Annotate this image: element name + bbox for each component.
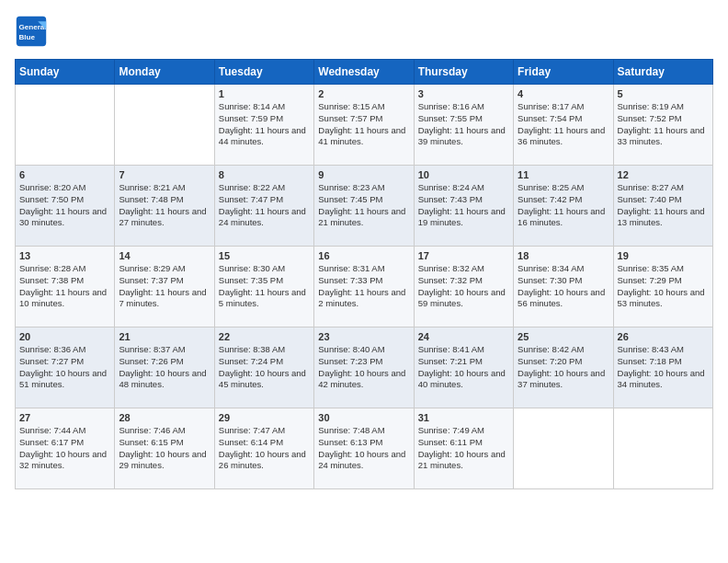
day-info: Sunrise: 8:15 AM Sunset: 7:57 PM Dayligh…: [318, 101, 409, 148]
day-info: Sunrise: 8:24 AM Sunset: 7:43 PM Dayligh…: [418, 182, 509, 229]
header-row: SundayMondayTuesdayWednesdayThursdayFrid…: [16, 60, 713, 85]
day-number: 8: [219, 169, 310, 180]
week-row-0: 1Sunrise: 8:14 AM Sunset: 7:59 PM Daylig…: [16, 85, 713, 166]
day-number: 25: [518, 331, 609, 342]
day-info: Sunrise: 8:42 AM Sunset: 7:20 PM Dayligh…: [518, 344, 609, 391]
day-number: 29: [219, 412, 310, 423]
header-monday: Monday: [115, 60, 214, 85]
calendar-cell: 5Sunrise: 8:19 AM Sunset: 7:52 PM Daylig…: [613, 85, 712, 166]
day-number: 20: [19, 331, 110, 342]
day-info: Sunrise: 8:14 AM Sunset: 7:59 PM Dayligh…: [219, 101, 310, 148]
day-number: 16: [318, 250, 409, 261]
day-info: Sunrise: 8:43 AM Sunset: 7:18 PM Dayligh…: [618, 344, 709, 391]
calendar-cell: 21Sunrise: 8:37 AM Sunset: 7:26 PM Dayli…: [115, 327, 214, 408]
day-info: Sunrise: 8:28 AM Sunset: 7:38 PM Dayligh…: [19, 263, 110, 310]
day-info: Sunrise: 8:34 AM Sunset: 7:30 PM Dayligh…: [518, 263, 609, 310]
calendar-cell: 6Sunrise: 8:20 AM Sunset: 7:50 PM Daylig…: [16, 166, 115, 247]
day-number: 12: [618, 169, 709, 180]
calendar-cell: 7Sunrise: 8:21 AM Sunset: 7:48 PM Daylig…: [115, 166, 214, 247]
header-friday: Friday: [514, 60, 613, 85]
day-info: Sunrise: 7:47 AM Sunset: 6:14 PM Dayligh…: [219, 425, 310, 472]
day-number: 18: [518, 250, 609, 261]
day-number: 3: [418, 88, 509, 99]
day-info: Sunrise: 7:46 AM Sunset: 6:15 PM Dayligh…: [119, 425, 210, 472]
day-info: Sunrise: 8:23 AM Sunset: 7:45 PM Dayligh…: [318, 182, 409, 229]
calendar-cell: 22Sunrise: 8:38 AM Sunset: 7:24 PM Dayli…: [214, 327, 313, 408]
day-number: 27: [19, 412, 110, 423]
day-number: 2: [318, 88, 409, 99]
day-info: Sunrise: 8:36 AM Sunset: 7:27 PM Dayligh…: [19, 344, 110, 391]
day-info: Sunrise: 8:16 AM Sunset: 7:55 PM Dayligh…: [418, 101, 509, 148]
calendar-cell: 16Sunrise: 8:31 AM Sunset: 7:33 PM Dayli…: [314, 247, 414, 327]
calendar-cell: 30Sunrise: 7:48 AM Sunset: 6:13 PM Dayli…: [314, 408, 414, 489]
calendar-cell: 26Sunrise: 8:43 AM Sunset: 7:18 PM Dayli…: [613, 327, 712, 408]
calendar-cell: [16, 85, 115, 166]
week-row-4: 27Sunrise: 7:44 AM Sunset: 6:17 PM Dayli…: [16, 408, 713, 489]
day-number: 26: [618, 331, 709, 342]
logo-icon: General Blue: [15, 15, 48, 48]
calendar-cell: [115, 85, 214, 166]
calendar-header: SundayMondayTuesdayWednesdayThursdayFrid…: [16, 60, 713, 85]
day-info: Sunrise: 8:30 AM Sunset: 7:35 PM Dayligh…: [219, 263, 310, 310]
header-tuesday: Tuesday: [214, 60, 313, 85]
calendar-cell: 8Sunrise: 8:22 AM Sunset: 7:47 PM Daylig…: [214, 166, 313, 247]
logo: General Blue: [15, 15, 51, 48]
calendar-cell: 31Sunrise: 7:49 AM Sunset: 6:11 PM Dayli…: [414, 408, 513, 489]
day-number: 23: [318, 331, 409, 342]
day-info: Sunrise: 8:41 AM Sunset: 7:21 PM Dayligh…: [418, 344, 509, 391]
day-info: Sunrise: 8:25 AM Sunset: 7:42 PM Dayligh…: [518, 182, 609, 229]
day-number: 22: [219, 331, 310, 342]
day-info: Sunrise: 8:29 AM Sunset: 7:37 PM Dayligh…: [119, 263, 210, 310]
calendar-cell: 15Sunrise: 8:30 AM Sunset: 7:35 PM Dayli…: [214, 247, 313, 327]
day-number: 19: [618, 250, 709, 261]
header-wednesday: Wednesday: [314, 60, 414, 85]
day-info: Sunrise: 8:31 AM Sunset: 7:33 PM Dayligh…: [318, 263, 409, 310]
day-info: Sunrise: 8:38 AM Sunset: 7:24 PM Dayligh…: [219, 344, 310, 391]
day-number: 30: [318, 412, 409, 423]
day-info: Sunrise: 8:35 AM Sunset: 7:29 PM Dayligh…: [618, 263, 709, 310]
calendar-cell: 23Sunrise: 8:40 AM Sunset: 7:23 PM Dayli…: [314, 327, 414, 408]
day-number: 13: [19, 250, 110, 261]
day-number: 31: [418, 412, 509, 423]
week-row-3: 20Sunrise: 8:36 AM Sunset: 7:27 PM Dayli…: [16, 327, 713, 408]
day-number: 4: [518, 88, 609, 99]
day-number: 28: [119, 412, 210, 423]
calendar-cell: 10Sunrise: 8:24 AM Sunset: 7:43 PM Dayli…: [414, 166, 513, 247]
calendar-cell: 12Sunrise: 8:27 AM Sunset: 7:40 PM Dayli…: [613, 166, 712, 247]
day-info: Sunrise: 7:44 AM Sunset: 6:17 PM Dayligh…: [19, 425, 110, 472]
calendar-cell: 19Sunrise: 8:35 AM Sunset: 7:29 PM Dayli…: [613, 247, 712, 327]
calendar-cell: 11Sunrise: 8:25 AM Sunset: 7:42 PM Dayli…: [514, 166, 613, 247]
calendar-cell: 25Sunrise: 8:42 AM Sunset: 7:20 PM Dayli…: [514, 327, 613, 408]
day-number: 14: [119, 250, 210, 261]
day-info: Sunrise: 7:48 AM Sunset: 6:13 PM Dayligh…: [318, 425, 409, 472]
calendar-cell: 14Sunrise: 8:29 AM Sunset: 7:37 PM Dayli…: [115, 247, 214, 327]
week-row-1: 6Sunrise: 8:20 AM Sunset: 7:50 PM Daylig…: [16, 166, 713, 247]
calendar-cell: 3Sunrise: 8:16 AM Sunset: 7:55 PM Daylig…: [414, 85, 513, 166]
day-info: Sunrise: 8:20 AM Sunset: 7:50 PM Dayligh…: [19, 182, 110, 229]
calendar-cell: 4Sunrise: 8:17 AM Sunset: 7:54 PM Daylig…: [514, 85, 613, 166]
calendar-cell: 27Sunrise: 7:44 AM Sunset: 6:17 PM Dayli…: [16, 408, 115, 489]
header-sunday: Sunday: [16, 60, 115, 85]
day-info: Sunrise: 8:22 AM Sunset: 7:47 PM Dayligh…: [219, 182, 310, 229]
calendar-cell: 9Sunrise: 8:23 AM Sunset: 7:45 PM Daylig…: [314, 166, 414, 247]
day-number: 5: [618, 88, 709, 99]
calendar-cell: 28Sunrise: 7:46 AM Sunset: 6:15 PM Dayli…: [115, 408, 214, 489]
header-thursday: Thursday: [414, 60, 513, 85]
day-number: 7: [119, 169, 210, 180]
day-number: 11: [518, 169, 609, 180]
calendar-cell: 2Sunrise: 8:15 AM Sunset: 7:57 PM Daylig…: [314, 85, 414, 166]
day-number: 1: [219, 88, 310, 99]
header-saturday: Saturday: [613, 60, 712, 85]
page-header: General Blue: [15, 15, 713, 48]
day-info: Sunrise: 8:21 AM Sunset: 7:48 PM Dayligh…: [119, 182, 210, 229]
calendar-cell: 20Sunrise: 8:36 AM Sunset: 7:27 PM Dayli…: [16, 327, 115, 408]
day-number: 10: [418, 169, 509, 180]
day-info: Sunrise: 8:27 AM Sunset: 7:40 PM Dayligh…: [618, 182, 709, 229]
day-info: Sunrise: 8:17 AM Sunset: 7:54 PM Dayligh…: [518, 101, 609, 148]
day-number: 24: [418, 331, 509, 342]
day-number: 15: [219, 250, 310, 261]
calendar-cell: [514, 408, 613, 489]
calendar-cell: 18Sunrise: 8:34 AM Sunset: 7:30 PM Dayli…: [514, 247, 613, 327]
day-info: Sunrise: 7:49 AM Sunset: 6:11 PM Dayligh…: [418, 425, 509, 472]
calendar-table: SundayMondayTuesdayWednesdayThursdayFrid…: [15, 59, 713, 489]
